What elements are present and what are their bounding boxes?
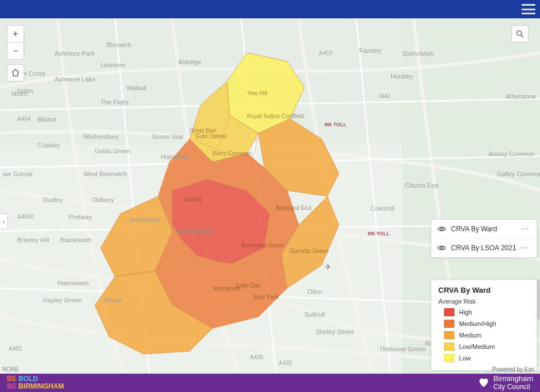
layer-more-button[interactable]: ⋯ [519,224,531,234]
heart-icon [477,377,490,389]
zoom-out-button[interactable]: − [7,42,24,60]
legend-swatch [444,343,454,351]
legend-panel: CRVA By Ward Average Risk HighMedium/Hig… [431,280,537,371]
layer-item-ward[interactable]: CRVA By Ward ⋯ [431,220,537,239]
footer-slogan: BE BOLD BE BIRMINGHAM [7,375,64,390]
svg-point-6 [441,247,443,249]
scrollbar-thumb[interactable] [537,280,540,320]
legend-label: Medium [459,332,481,339]
legend-swatch [444,308,454,316]
legend-swatch [444,331,454,339]
legend-scrollbar[interactable] [537,280,540,374]
footer-bar: BE BOLD BE BIRMINGHAM Birmingham City Co… [0,374,540,392]
legend-label: High [459,309,472,316]
legend-row: Medium/High [438,320,530,328]
visibility-icon [437,224,446,234]
legend-label: Low/Medium [459,343,495,350]
legend-row: High [438,308,530,316]
legend-row: Low [438,354,530,362]
legend-row: Medium [438,331,530,339]
layer-more-button[interactable]: ⋯ [519,243,531,253]
scale-bar-label: NONE [2,366,19,372]
home-icon [11,68,20,77]
layer-label: CRVA By Ward [451,225,519,233]
expand-panel-tab[interactable]: › [0,214,8,230]
svg-point-5 [441,228,443,230]
home-button[interactable] [7,64,24,81]
legend-label: Low [459,355,470,362]
visibility-icon [437,243,446,253]
legend-row: Low/Medium [438,343,530,351]
layer-label: CRVA By LSOA 2021 [451,244,519,252]
chevron-right-icon: › [3,219,5,225]
legend-title: CRVA By Ward [438,286,530,294]
legend-swatch [444,354,454,362]
footer-brand: Birmingham City Council [477,375,533,390]
brand-line2: City Council [493,383,533,391]
zoom-controls: + − [7,25,24,81]
search-icon [515,29,524,38]
legend-label: Medium/High [459,320,496,327]
brand-line1: Birmingham [493,375,533,383]
svg-point-3 [517,31,522,36]
layer-list-panel: CRVA By Ward ⋯ CRVA By LSOA 2021 ⋯ [431,219,537,258]
top-bar [0,0,540,18]
layer-item-lsoa[interactable]: CRVA By LSOA 2021 ⋯ [431,239,537,257]
menu-icon[interactable] [522,4,535,14]
svg-line-4 [521,35,523,37]
map-container[interactable]: AldridgeBloxwichWalsallFazeleyStonydelph… [0,18,540,374]
search-button[interactable] [511,25,529,42]
zoom-in-button[interactable]: + [7,25,24,42]
legend-subtitle: Average Risk [438,298,530,305]
attribution-text: Powered by Esri [492,366,534,372]
legend-swatch [444,320,454,328]
app-root: AldridgeBloxwichWalsallFazeleyStonydelph… [0,0,540,392]
